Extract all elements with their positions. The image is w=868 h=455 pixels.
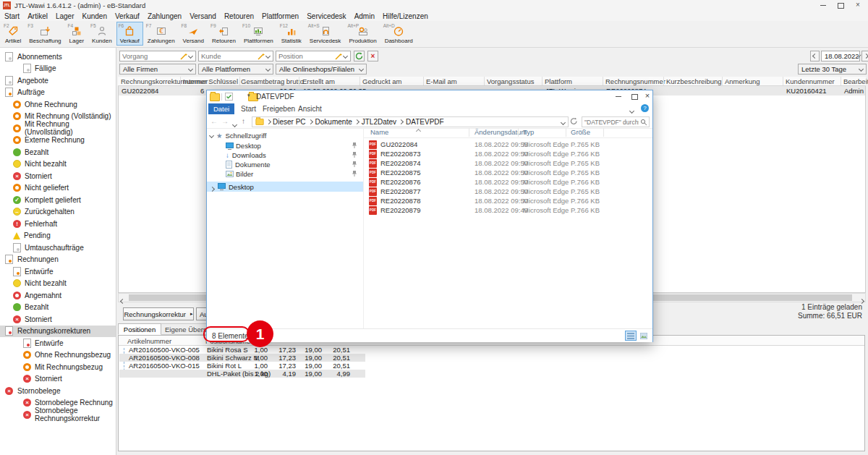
nav-downloads[interactable]: ↓ Downloads (226, 150, 266, 160)
menu-retouren[interactable]: Retouren (224, 12, 254, 20)
column-header[interactable]: Anmerkung (725, 77, 760, 85)
clear-filter-button[interactable]: × (367, 51, 378, 61)
address-path[interactable]: Dieser PC Dokumente JTL2Datev DATEVPDF (252, 116, 569, 127)
menu-versand[interactable]: Versand (190, 12, 216, 20)
kunde-search-field[interactable] (198, 51, 273, 61)
column-header[interactable]: Gedruckt am (362, 77, 401, 85)
breadcrumb-datevpdf[interactable]: DATEVPDF (406, 118, 444, 126)
file-row[interactable]: PDF RE20220874 18.08.2022 09:50 Microsof… (363, 159, 652, 169)
sidebar-item-auftraege[interactable]: Aufträge (0, 87, 116, 99)
breadcrumb-jtl2datev[interactable]: JTL2Datev (362, 118, 396, 126)
sidebar-item-rechnungen-storniert[interactable]: ×Storniert (0, 313, 116, 326)
column-header[interactable]: Rechnungsnummer (605, 77, 665, 85)
toolbar-button-zahlungen[interactable]: F7 € Zahlungen (144, 22, 179, 46)
sidebar-item-abonnements[interactable]: Abonnements (0, 51, 116, 63)
nav-desktop-root-selected[interactable]: Desktop (207, 182, 363, 192)
menu-lager[interactable]: Lager (56, 12, 75, 20)
column-header[interactable]: Interner Schlüssel (182, 77, 238, 85)
sidebar-item-storniert[interactable]: ×Storniert (0, 170, 116, 182)
column-date[interactable]: Änderungsdatum (475, 128, 527, 136)
toolbar-button-artikel[interactable]: F2 Artikel (1, 22, 25, 46)
file-row[interactable]: PDF RE20220875 18.08.2022 09:50 Microsof… (363, 169, 652, 178)
help-icon[interactable]: ? (641, 104, 649, 112)
menu-servicedesk[interactable]: Servicedesk (307, 12, 346, 20)
qat-dropdown-icon[interactable]: ▾ (247, 93, 250, 98)
sidebar-item-mit-rechnungsbezug[interactable]: Mit Rechnungsbezug (0, 361, 116, 373)
kunde-search-input[interactable] (199, 52, 258, 60)
nav-bilder[interactable]: Bilder (226, 169, 253, 179)
tab-freigeben[interactable]: Freigeben (263, 105, 295, 113)
tab-positionen[interactable]: Positionen (118, 323, 161, 335)
sidebar-item-mit-rechnung-unvollstaendig[interactable]: Mit Rechnung (Unvollständig) (0, 122, 116, 135)
sidebar-item-rechnungen-nicht-bezahlt[interactable]: Nicht bezahlt (0, 278, 116, 290)
nav-dokumente[interactable]: Dokumente (226, 160, 271, 169)
recent-locations-icon[interactable] (233, 120, 237, 128)
column-header[interactable]: Artikelnummer (127, 337, 171, 345)
tab-datei[interactable]: Datei (208, 103, 234, 114)
menu-zahlungen[interactable]: Zahlungen (148, 12, 182, 20)
thumbnail-view-button[interactable] (638, 331, 650, 341)
firmen-dropdown[interactable]: Alle Firmen (119, 64, 196, 75)
menu-start[interactable]: Start (4, 12, 20, 20)
date-next-button[interactable] (861, 51, 868, 61)
sidebar-item-zurueckgehalten[interactable]: –Zurückgehalten (0, 206, 116, 218)
sidebar-item-stornobelege-rechnungskorrektur[interactable]: ×Stornobelege Rechnungskorrektur (0, 409, 116, 421)
minimize-button[interactable] (817, 1, 830, 10)
plattformen-dropdown[interactable]: Alle Plattformen (198, 64, 273, 75)
explorer-maximize-button[interactable] (628, 92, 641, 101)
nav-quick-access[interactable]: ★ Schnellzugriff (210, 131, 266, 140)
sidebar-item-ohne-rechnungsbezug[interactable]: Ohne Rechnungsbezug (0, 349, 116, 362)
file-explorer-window[interactable]: | ▾ DATEVPDF × Datei Start Freigeben Ans… (206, 90, 653, 342)
sidebar-item-angemahnt[interactable]: Angemahnt (0, 289, 116, 302)
toolbar-button-lager[interactable]: F4 Lager (66, 22, 88, 46)
column-header[interactable]: Kurzbeschreibung (666, 77, 722, 85)
details-view-button[interactable] (625, 331, 637, 341)
sidebar-item-fehlerhaft[interactable]: !Fehlerhaft (0, 218, 116, 230)
position-row[interactable]: AR20160500-VKO-008 Bikini Schwarz M 1,00… (119, 354, 365, 362)
menu-admin[interactable]: Admin (354, 12, 375, 20)
menu-hilfe[interactable]: Hilfe/Lizenzen (383, 12, 428, 20)
explorer-minimize-button[interactable] (612, 92, 625, 100)
ribbon-collapse-icon[interactable] (630, 106, 634, 114)
breadcrumb-dokumente[interactable]: Dokumente (315, 118, 352, 126)
file-row[interactable]: PDF RE20220878 18.08.2022 09:50 Microsof… (363, 197, 652, 206)
explorer-titlebar[interactable]: | ▾ DATEVPDF × (207, 90, 652, 103)
sidebar-item-rechnungen[interactable]: Rechnungen (0, 254, 116, 266)
column-header[interactable]: Bearbeiter (843, 77, 868, 85)
column-header[interactable]: Kundennummer (786, 77, 835, 85)
rechnungskorrektur-button[interactable]: Rechnungskorrektur ▸ (123, 307, 194, 320)
explorer-search-input[interactable] (582, 118, 640, 127)
chevron-down-icon[interactable] (188, 54, 193, 59)
position-search-field[interactable] (276, 51, 351, 61)
file-row[interactable]: PDF RE20220877 18.08.2022 09:50 Microsof… (363, 187, 652, 197)
column-header[interactable]: E-Mail am (426, 77, 457, 85)
menu-plattformen[interactable]: Plattformen (262, 12, 299, 20)
address-refresh-icon[interactable] (570, 117, 578, 127)
tab-ansicht[interactable]: Ansicht (298, 105, 322, 113)
sidebar-item-angebote[interactable]: Angebote (0, 75, 116, 87)
date-range-dropdown[interactable]: Letzte 30 Tage (798, 64, 867, 75)
onlineshops-dropdown[interactable]: Alle Onlineshops/Filialen (276, 64, 367, 75)
close-button[interactable]: × (851, 1, 864, 10)
menu-verkauf[interactable]: Verkauf (115, 12, 140, 20)
chevron-down-icon[interactable] (265, 54, 271, 59)
sidebar-item-nicht-bezahlt[interactable]: Nicht bezahlt (0, 158, 116, 171)
position-search-input[interactable] (276, 52, 335, 60)
toolbar-button-plattformen[interactable]: F10 Plattformen (240, 22, 277, 46)
sidebar-item-externe-rechnung[interactable]: Externe Rechnung (0, 135, 116, 147)
toolbar-button-versand[interactable]: F8 Versand (179, 22, 208, 46)
address-dropdown-icon[interactable] (561, 118, 565, 126)
menu-kunden[interactable]: Kunden (82, 12, 107, 20)
toolbar-button-statistik[interactable]: F12 Statistik (278, 22, 305, 46)
nav-desktop[interactable]: Desktop (226, 141, 261, 150)
toolbar-button-dashboard[interactable]: Alt+D Dashboard (381, 22, 417, 46)
vorgang-search-input[interactable] (120, 52, 180, 60)
date-field[interactable]: 18.08.2022 (821, 51, 860, 61)
collapse-arrow-icon[interactable] (210, 184, 214, 192)
sidebar-item-nicht-geliefert[interactable]: Nicht geliefert (0, 182, 116, 195)
menu-artikel[interactable]: Artikel (27, 12, 48, 20)
refresh-button[interactable] (354, 51, 365, 61)
up-icon[interactable]: ↑ (242, 117, 245, 125)
sidebar-item-bezahlt[interactable]: Bezahlt (0, 146, 116, 158)
file-row[interactable]: PDF GU2022084 18.08.2022 09:55 Microsoft… (363, 140, 652, 150)
